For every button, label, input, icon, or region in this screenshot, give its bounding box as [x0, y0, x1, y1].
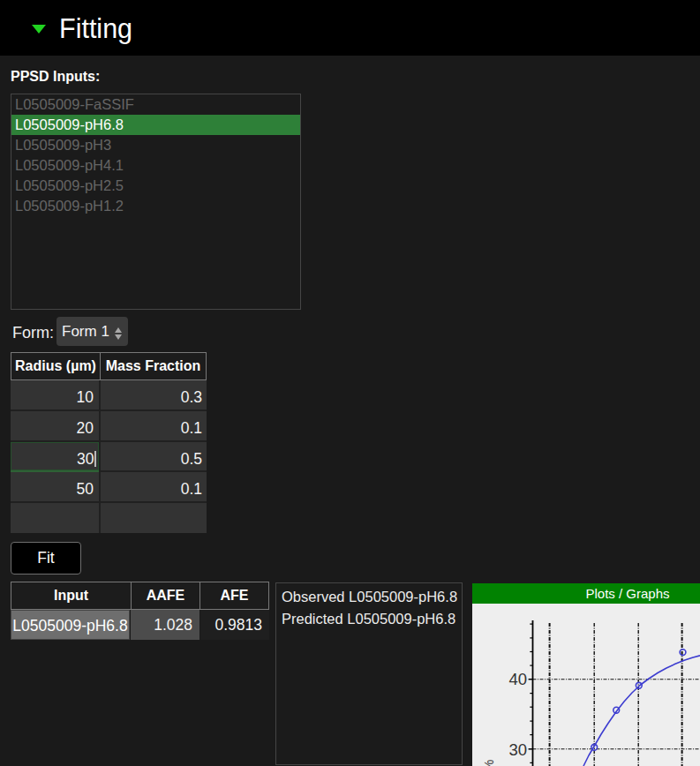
svg-text:%: %	[481, 760, 496, 766]
svg-text:30: 30	[508, 740, 527, 759]
svg-text:40: 40	[508, 670, 527, 688]
